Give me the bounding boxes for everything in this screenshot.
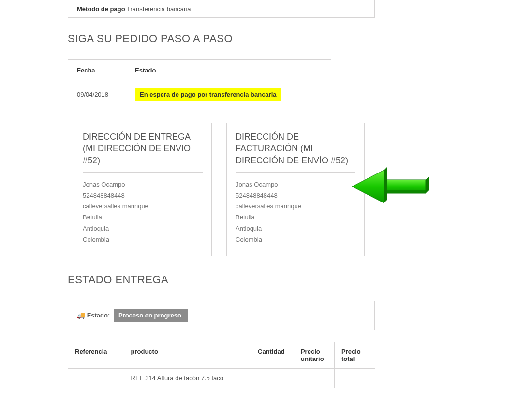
status-badge: En espera de pago por transferencia banc… bbox=[135, 88, 281, 101]
products-table: Referencia producto Cantidad Precio unit… bbox=[68, 342, 375, 388]
payment-method-label: Método de pago bbox=[77, 5, 125, 13]
delivery-status-box: 🚚 Estado: Proceso en progreso. bbox=[68, 301, 375, 330]
addr-line: Betulia bbox=[236, 212, 355, 223]
table-row: REF 314 Altura de tacón 7.5 taco bbox=[68, 369, 375, 388]
table-row: 09/04/2018 En espera de pago por transfe… bbox=[68, 81, 331, 108]
product-total-cell bbox=[334, 369, 375, 388]
product-qty-cell bbox=[251, 369, 294, 388]
products-header-ref: Referencia bbox=[68, 342, 124, 369]
addr-line: Betulia bbox=[83, 212, 203, 223]
tracking-status-cell: En espera de pago por transferencia banc… bbox=[126, 81, 331, 108]
delivery-address-title: DIRECCIÓN DE ENTREGA (MI DIRECCIÓN DE EN… bbox=[83, 131, 203, 173]
addr-line: Antioquia bbox=[236, 223, 355, 234]
tracking-title: SIGA SU PEDIDO PASO A PASO bbox=[68, 32, 464, 45]
addr-line: Jonas Ocampo bbox=[83, 179, 203, 190]
products-header-total: Precio total bbox=[334, 342, 375, 369]
addr-line: 524848848448 bbox=[236, 190, 355, 202]
product-name-cell: REF 314 Altura de tacón 7.5 taco bbox=[124, 369, 251, 388]
svg-marker-2 bbox=[382, 190, 429, 193]
addr-line: Colombia bbox=[83, 234, 203, 245]
tracking-header-date: Fecha bbox=[68, 60, 126, 81]
addr-line: 524848848448 bbox=[83, 190, 203, 202]
tracking-table: Fecha Estado 09/04/2018 En espera de pag… bbox=[68, 59, 331, 108]
svg-marker-3 bbox=[352, 170, 384, 203]
tracking-date-cell: 09/04/2018 bbox=[68, 81, 126, 108]
delivery-status-chip: Proceso en progreso. bbox=[114, 309, 188, 322]
addr-line: calleversalles manrique bbox=[236, 201, 355, 212]
payment-method-box: Método de pago Transferencia bancaria bbox=[68, 0, 375, 18]
tracking-header-status: Estado bbox=[126, 60, 331, 81]
svg-marker-4 bbox=[384, 167, 387, 203]
product-unit-cell bbox=[294, 369, 334, 388]
products-header-product: producto bbox=[124, 342, 251, 369]
addr-line: calleversalles manrique bbox=[83, 201, 203, 212]
annotation-arrow-icon bbox=[352, 167, 429, 208]
addr-line: Jonas Ocampo bbox=[236, 179, 355, 190]
invoice-address-card: DIRECCIÓN DE FACTURACIÓN (MI DIRECCIÓN D… bbox=[226, 123, 365, 256]
product-ref-cell bbox=[68, 369, 124, 388]
payment-method-value: Transferencia bancaria bbox=[127, 5, 191, 13]
addr-line: Antioquia bbox=[83, 223, 203, 234]
truck-icon: 🚚 bbox=[77, 311, 85, 319]
products-header-qty: Cantidad bbox=[251, 342, 294, 369]
delivery-address-card: DIRECCIÓN DE ENTREGA (MI DIRECCIÓN DE EN… bbox=[74, 123, 212, 256]
address-row: DIRECCIÓN DE ENTREGA (MI DIRECCIÓN DE EN… bbox=[74, 123, 464, 256]
invoice-address-title: DIRECCIÓN DE FACTURACIÓN (MI DIRECCIÓN D… bbox=[236, 131, 355, 173]
delivery-status-label: Estado: bbox=[87, 312, 110, 319]
delivery-status-title: ESTADO ENTREGA bbox=[68, 274, 464, 286]
addr-line: Colombia bbox=[236, 234, 355, 245]
products-header-unit: Precio unitario bbox=[294, 342, 334, 369]
